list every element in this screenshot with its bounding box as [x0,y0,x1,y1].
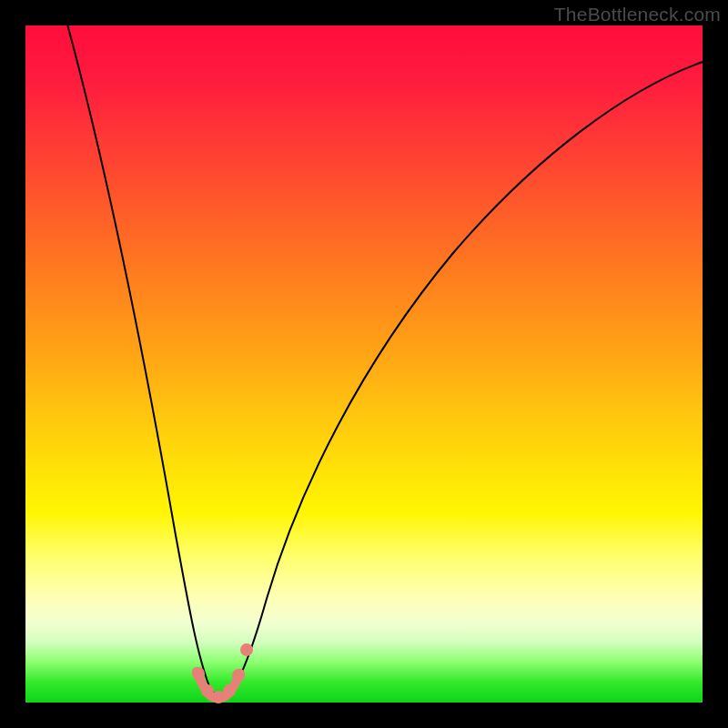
chart-frame: TheBottleneck.com [0,0,728,728]
marker-dot [223,684,236,697]
curve-layer [25,25,703,703]
marker-dot [201,684,214,697]
marker-dot [240,643,253,656]
bottleneck-curve [66,21,703,697]
marker-dot [212,691,225,703]
watermark-text: TheBottleneck.com [554,4,721,25]
marker-dot [232,669,245,682]
marker-dot [192,667,205,680]
plot-area [25,25,703,703]
